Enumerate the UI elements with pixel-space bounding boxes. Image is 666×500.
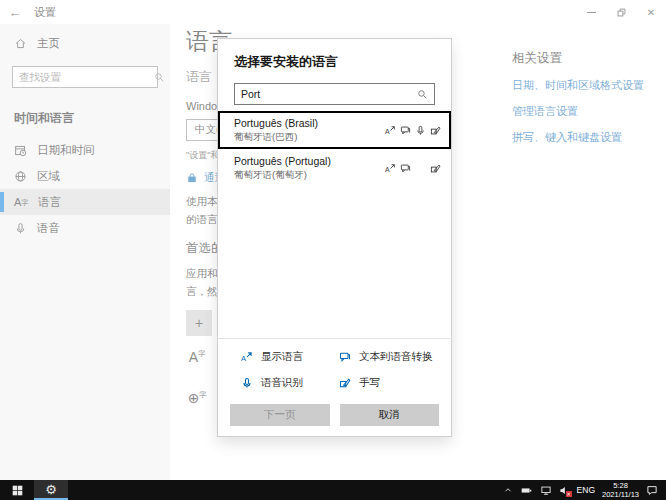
add-language-dialog: 选择要安装的语言 Português (Brasil) 葡萄牙语(巴西) A (217, 38, 452, 437)
window-controls: ✕ (576, 1, 666, 23)
plus-icon: + (186, 310, 212, 336)
svg-text:A: A (241, 354, 246, 363)
display-language-icon: A (384, 162, 396, 174)
taskbar-clock[interactable]: 5:28 2021/11/13 (602, 481, 639, 499)
search-icon (417, 89, 428, 100)
close-button[interactable]: ✕ (636, 1, 666, 23)
sidebar-search-input[interactable] (19, 71, 154, 83)
sidebar-item-home[interactable]: 主页 (0, 32, 170, 54)
speech-recognition-icon (414, 124, 426, 136)
cancel-button[interactable]: 取消 (340, 404, 440, 426)
sidebar-section-title: 时间和语言 (0, 96, 170, 137)
system-tray: ✕ ENG 5:28 2021/11/13 (503, 481, 666, 499)
legend-display-language: A 显示语言 (241, 350, 339, 364)
related-link-typing[interactable]: 拼写、键入和键盘设置 (512, 130, 666, 145)
gear-icon: ⚙ (45, 483, 57, 496)
sidebar-search[interactable] (12, 66, 158, 88)
volume-muted-icon[interactable]: ✕ (559, 485, 570, 496)
speech-recognition-icon (241, 377, 253, 389)
sidebar-item-date-time[interactable]: 日期和时间 (0, 137, 170, 163)
mute-badge: ✕ (566, 491, 572, 497)
language-option-native: 葡萄牙语(巴西) (234, 131, 318, 144)
taskbar: ⚙ ✕ ENG 5:28 2021/11/13 (0, 480, 666, 500)
legend-text-to-speech: 文本到语音转换 (339, 350, 451, 364)
sidebar-item-region[interactable]: 区域 (0, 163, 170, 189)
language-option-name: Português (Brasil) (234, 117, 318, 129)
svg-text:A: A (385, 165, 390, 172)
legend-label: 文本到语音转换 (359, 350, 433, 364)
language-option-native: 葡萄牙语(葡萄牙) (234, 169, 331, 182)
battery-icon[interactable] (520, 485, 533, 496)
svg-text:A: A (385, 127, 390, 134)
handwriting-icon (429, 162, 441, 174)
related-settings: 相关设置 日期、时间和区域格式设置 管理语言设置 拼写、键入和键盘设置 (512, 24, 666, 145)
text-to-speech-icon (399, 124, 411, 136)
sidebar-item-label: 语音 (37, 221, 60, 236)
legend-label: 显示语言 (261, 350, 303, 364)
action-center-icon[interactable] (646, 484, 658, 496)
sidebar: 主页 时间和语言 日期和时间 区域 (0, 24, 170, 480)
display-language-icon: A (241, 351, 253, 363)
dialog-buttons: 下一页 取消 (218, 404, 451, 426)
feature-icons: A (384, 162, 441, 174)
text-to-speech-icon (339, 351, 351, 363)
window-title: 设置 (34, 5, 56, 20)
restore-button[interactable] (606, 1, 636, 23)
related-settings-heading: 相关设置 (512, 50, 666, 67)
start-button[interactable] (0, 480, 34, 500)
titlebar: ← 设置 ✕ (0, 0, 666, 24)
handwriting-icon (339, 377, 351, 389)
text-to-speech-icon (399, 162, 411, 174)
sidebar-item-speech[interactable]: 语音 (0, 215, 170, 241)
display-language-icon: A (384, 124, 396, 136)
next-button[interactable]: 下一页 (230, 404, 330, 426)
sidebar-home-label: 主页 (37, 36, 60, 51)
dialog-search-input[interactable] (241, 88, 417, 100)
clock-date: 2021/11/13 (602, 490, 639, 499)
screen: ← 设置 ✕ 主页 时间和语 (0, 0, 666, 500)
back-button[interactable]: ← (0, 5, 30, 20)
tray-chevron-up-icon[interactable] (503, 485, 513, 495)
language-option-portuguese-brasil[interactable]: Português (Brasil) 葡萄牙语(巴西) A (218, 111, 451, 149)
sidebar-item-label: 区域 (37, 169, 60, 184)
dialog-search[interactable] (234, 83, 435, 105)
legend-handwriting: 手写 (339, 376, 451, 390)
related-link-admin-language[interactable]: 管理语言设置 (512, 104, 666, 119)
feature-icons: A (384, 124, 441, 136)
language-icon: A字 (14, 197, 28, 208)
legend-label: 手写 (359, 376, 380, 390)
legend-speech-recognition: 语音识别 (241, 376, 339, 390)
home-icon (14, 37, 27, 50)
globe-icon (14, 170, 27, 183)
language-option-name: Português (Portugal) (234, 155, 331, 167)
minimize-button[interactable] (576, 1, 606, 23)
clock-time: 5:28 (613, 481, 628, 490)
taskbar-settings-app[interactable]: ⚙ (34, 480, 68, 500)
microphone-icon (14, 222, 27, 235)
sidebar-item-language[interactable]: A字 语言 (0, 189, 170, 215)
dialog-legend: A 显示语言 文本到语音转换 语音识别 手写 (218, 339, 451, 390)
dialog-language-list: Português (Brasil) 葡萄牙语(巴西) A Português … (218, 111, 451, 187)
dialog-title: 选择要安装的语言 (218, 51, 451, 71)
input-language-indicator[interactable]: ENG (577, 485, 595, 495)
globe-language-icon: ⊕字 (186, 391, 208, 405)
language-az-icon: A字 (186, 350, 208, 364)
sidebar-item-label: 语言 (38, 195, 61, 210)
language-option-portuguese-portugal[interactable]: Português (Portugal) 葡萄牙语(葡萄牙) A (218, 149, 451, 187)
legend-label: 语音识别 (261, 376, 303, 390)
network-icon[interactable] (540, 485, 552, 496)
handwriting-icon (429, 124, 441, 136)
sidebar-item-label: 日期和时间 (37, 143, 95, 158)
calendar-clock-icon (14, 144, 27, 157)
store-icon (186, 172, 198, 184)
search-icon (154, 72, 165, 83)
related-link-date-time-region[interactable]: 日期、时间和区域格式设置 (512, 78, 666, 93)
